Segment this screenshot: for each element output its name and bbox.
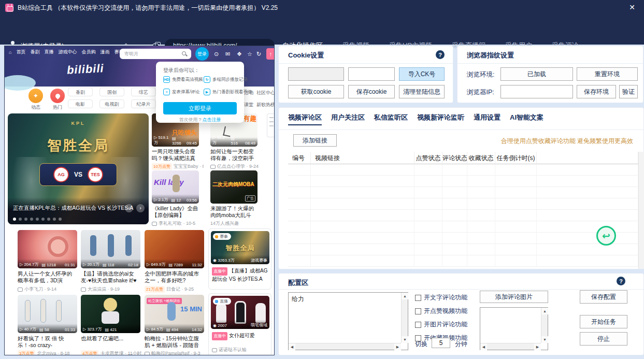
upload-button[interactable]: ↑	[266, 48, 275, 60]
nav-link[interactable]: 首页	[16, 49, 25, 55]
video-thumbnail[interactable]: 15 MIN 站立腹肌 +燃脂训练 ▷ 84.5万▤ 49414:32	[145, 295, 204, 333]
tab-new-comment-monitor[interactable]: 视频新评论监听	[417, 113, 464, 127]
reset-env-button[interactable]: 重置环境	[577, 67, 638, 81]
video-title[interactable]: 好看疯了！双 倍 快 乐！-so crazy-	[18, 335, 77, 349]
video-thumbnail[interactable]: ▷ 649.9万▤ 728911:32	[145, 230, 204, 268]
video-meta[interactable]: 帕梅拉PamelaReif · 9-3	[145, 350, 206, 355]
login-now-button[interactable]: 立即登录	[163, 102, 237, 114]
video-meta[interactable]: 14万人感兴趣	[210, 220, 262, 227]
live-card[interactable]: 智胜全局 赛事 ◉ 3263.3万游戏赛事 直播中【直播】成都AG超玩会 VS …	[208, 228, 271, 290]
tab-general-settings[interactable]: 通用设置	[474, 113, 500, 127]
verify-button[interactable]: 验证	[619, 85, 638, 98]
video-thumbnail[interactable]: ▷ 40.7万▤ 5801:33	[18, 295, 77, 333]
video-title[interactable]: 来蹦游了！火爆的肉鸽moba大乱斗	[210, 205, 259, 219]
table-row[interactable]	[288, 221, 638, 233]
chip-tv[interactable]: 电视剧	[99, 99, 124, 108]
stop-button[interactable]: 停止	[580, 332, 627, 346]
horizontal-scrollbar[interactable]: ◀▶	[480, 343, 541, 350]
chip-guochuang[interactable]: 国创	[99, 88, 124, 96]
nav-link[interactable]: 漫画	[100, 49, 109, 55]
vertical-scrollbar[interactable]: ▲▼	[401, 293, 408, 343]
tab-dm-monitor[interactable]: 私信监听区	[374, 113, 408, 127]
register-link[interactable]: 点击注册	[203, 117, 221, 122]
table-row[interactable]	[288, 164, 638, 176]
dynamic-icon[interactable]: ❖	[237, 51, 242, 58]
link-community[interactable]: 社区中心	[256, 90, 275, 96]
video-title[interactable]: 全中国肥胖率高的城市之一，有多好吃?	[145, 270, 204, 284]
video-title[interactable]: 也就看了亿遍吧...	[81, 335, 140, 349]
vertical-scrollbar[interactable]: ▲▼	[541, 308, 548, 343]
bili-home-icon[interactable]: ⌂	[9, 50, 11, 55]
live-thumbnail[interactable]: 智胜全局 赛事 ◉ 3263.3万游戏赛事	[211, 231, 269, 264]
favorite-icon[interactable]: ☆	[247, 51, 252, 58]
video-title[interactable]: 帕梅拉 - 15分钟站立腹肌 + 燃脂训练 - 跟随音乐踩点 全程...	[145, 335, 204, 349]
get-cookie-button[interactable]: 获取cookie	[288, 85, 344, 98]
table-scrollbar[interactable]	[638, 152, 644, 269]
video-thumbnail[interactable]: ▷ 20.1万▤ 11802:18	[81, 230, 140, 268]
dynamic-circle-button[interactable]: ✦	[28, 89, 43, 103]
live-caption[interactable]: 直播中女仆超可爱	[212, 332, 269, 340]
bili-search-box[interactable]: 寄明月	[120, 49, 191, 59]
chip-movie[interactable]: 电影	[68, 99, 93, 108]
carousel-prev-icon[interactable]: ‹	[125, 204, 133, 212]
video-thumbnail[interactable]: ▷ 323.7万▤ 421	[81, 295, 140, 333]
table-row[interactable]	[288, 244, 638, 255]
video-meta[interactable]: 亿点点心理学 · 9-24	[210, 163, 262, 170]
live-uploader[interactable]: 诺诺哒不认输	[212, 347, 269, 353]
close-icon[interactable]: ✕	[627, 3, 637, 11]
video-meta[interactable]: 10万点赞宝宝宝Baby · 8-30	[152, 163, 204, 170]
bili-login-button[interactable]: 登录	[195, 47, 209, 61]
clear-login-button[interactable]: 清理登陆信息	[399, 85, 445, 98]
nav-link[interactable]: 番剧	[30, 49, 39, 55]
save-config-button[interactable]: 保存配置	[580, 290, 627, 304]
hot-circle-button[interactable]	[50, 89, 65, 103]
chip-documentary[interactable]: 纪录片	[131, 99, 156, 108]
import-ck-button[interactable]: 导入CK号	[399, 67, 445, 81]
video-title[interactable]: 男人让一个女人怀孕的概率有多低，3D演示。。	[18, 270, 77, 284]
chip-bangumi[interactable]: 番剧	[68, 88, 93, 96]
switch-minutes-input[interactable]	[432, 338, 450, 348]
carousel-dots[interactable]	[13, 218, 62, 221]
nav-link[interactable]: 游戏中心	[58, 49, 77, 55]
link-newsong[interactable]: 新歌热榜	[256, 102, 275, 108]
live-card[interactable]: 直播 ◉ 2007萌宅领域 直播中女仆超可爱 诺诺哒不认输	[208, 293, 271, 355]
save-env-button[interactable]: 保存环境	[577, 85, 616, 98]
nav-link[interactable]: 会员购	[81, 49, 95, 55]
video-meta[interactable]: 大温温温 · 9-19	[81, 286, 142, 293]
live-caption[interactable]: 直播中【直播】成都AG超玩会 VS 长沙TES.A	[212, 267, 269, 283]
chip-variety[interactable]: 综艺	[131, 88, 156, 96]
table-row[interactable]	[288, 187, 638, 198]
comment-image-listbox[interactable]: ▲▼ ◀▶	[480, 307, 548, 350]
video-thumbnail[interactable]: 二次元肉鸽MOBA 广告	[210, 170, 257, 204]
comment-textarea[interactable]: 给力 ▲▼ ◀▶	[288, 292, 408, 350]
live-thumbnail[interactable]: 直播 ◉ 2007萌宅领域	[211, 296, 269, 329]
video-meta[interactable]: 3万点赞北北miya · 8-18	[18, 350, 79, 355]
vip-icon[interactable]: ⊙	[214, 51, 219, 58]
start-task-button[interactable]: 开始任务	[580, 315, 627, 328]
table-row[interactable]	[288, 210, 638, 221]
carousel-next-icon[interactable]: ›	[136, 204, 145, 212]
video-title[interactable]: 【温】请挑选您的ai女友-♥秋天也要shake it!♥	[81, 270, 140, 284]
add-link-button[interactable]: 添加链接	[293, 134, 337, 147]
cookie-help-icon[interactable]: ?	[436, 50, 445, 59]
carousel-banner[interactable]: KPL 智胜全局 AG VS TES 正在直播KPL年总：成都AG超玩会 VS …	[8, 113, 149, 224]
tab-video-comment[interactable]: 视频评论区	[288, 113, 322, 127]
checkbox-image-comment[interactable]: 开图片评论功能	[415, 320, 467, 329]
browser-ip-input[interactable]	[500, 85, 573, 98]
table-row[interactable]	[288, 233, 638, 244]
checkbox-text-comment[interactable]: 开文字评论功能	[415, 293, 467, 302]
history-icon[interactable]: ↻	[256, 51, 261, 58]
env-status-button[interactable]: 已加载	[500, 67, 573, 81]
video-meta[interactable]: 4万点赞卡皮恩梦境 · 11小时前	[81, 350, 142, 355]
video-thumbnail[interactable]: ▷ 204.7万▤ 121801:31	[18, 230, 77, 268]
video-meta[interactable]: 21万点赞日食记 · 9-25	[145, 286, 206, 293]
ck-input-2[interactable]	[348, 67, 395, 81]
config-help-icon[interactable]: ?	[617, 277, 625, 285]
ck-input-1[interactable]	[288, 67, 344, 81]
table-row[interactable]	[288, 255, 638, 267]
video-thumbnail[interactable]: Kill lady ▷ 2.1万▤ 1203:56	[152, 170, 199, 204]
tab-ai-copywriting[interactable]: AI智能文案	[510, 113, 543, 127]
table-row[interactable]	[288, 198, 638, 210]
video-title[interactable]: 一周只吃馒头会瘦吗？馒头减肥法真的有用吗？	[152, 148, 201, 162]
green-back-arrow-icon[interactable]: ↩	[596, 226, 616, 246]
